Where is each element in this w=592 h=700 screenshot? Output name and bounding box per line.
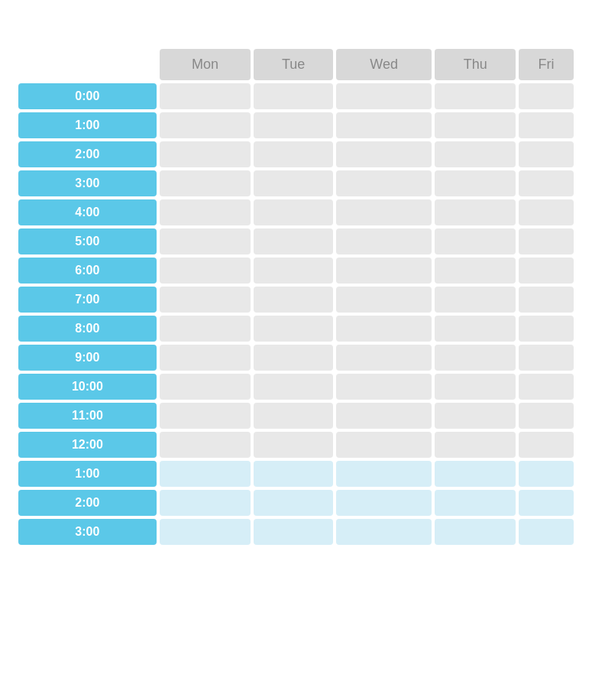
page-container: MonTueWedThuFri 0:001:002:003:004:005:00…: [0, 0, 592, 563]
planner-cell[interactable]: [160, 170, 251, 196]
time-row: 3:00: [18, 519, 574, 545]
header-row: MonTueWedThuFri: [18, 49, 574, 80]
planner-cell[interactable]: [519, 345, 574, 371]
planner-cell[interactable]: [160, 519, 251, 545]
planner-cell[interactable]: [336, 374, 432, 400]
planner-cell[interactable]: [435, 287, 516, 313]
time-row: 6:00: [18, 258, 574, 284]
planner-cell[interactable]: [254, 403, 333, 429]
time-label: 6:00: [18, 258, 157, 284]
planner-cell[interactable]: [254, 461, 333, 487]
planner-cell[interactable]: [519, 403, 574, 429]
planner-cell[interactable]: [254, 287, 333, 313]
planner-cell[interactable]: [160, 112, 251, 138]
planner-cell[interactable]: [254, 490, 333, 516]
planner-cell[interactable]: [519, 141, 574, 167]
planner-cell[interactable]: [160, 199, 251, 225]
planner-cell[interactable]: [160, 287, 251, 313]
planner-cell[interactable]: [435, 83, 516, 109]
planner-cell[interactable]: [254, 141, 333, 167]
planner-cell[interactable]: [160, 432, 251, 458]
planner-cell[interactable]: [435, 374, 516, 400]
planner-cell[interactable]: [435, 432, 516, 458]
planner-cell[interactable]: [160, 345, 251, 371]
planner-cell[interactable]: [519, 316, 574, 342]
time-row: 3:00: [18, 170, 574, 196]
planner-cell[interactable]: [519, 461, 574, 487]
planner-cell[interactable]: [519, 83, 574, 109]
planner-cell[interactable]: [254, 112, 333, 138]
planner-cell[interactable]: [435, 403, 516, 429]
planner-cell[interactable]: [160, 403, 251, 429]
time-label: 11:00: [18, 403, 157, 429]
planner-cell[interactable]: [519, 519, 574, 545]
day-header-tue: Tue: [254, 49, 333, 80]
planner-cell[interactable]: [254, 258, 333, 284]
planner-cell[interactable]: [435, 461, 516, 487]
time-label: 12:00: [18, 432, 157, 458]
planner-cell[interactable]: [160, 461, 251, 487]
planner-cell[interactable]: [254, 228, 333, 254]
planner-cell[interactable]: [435, 199, 516, 225]
time-row: 12:00: [18, 432, 574, 458]
time-label: 9:00: [18, 345, 157, 371]
planner-cell[interactable]: [435, 112, 516, 138]
planner-cell[interactable]: [519, 490, 574, 516]
planner-cell[interactable]: [336, 519, 432, 545]
planner-cell[interactable]: [336, 228, 432, 254]
planner-cell[interactable]: [254, 374, 333, 400]
planner-cell[interactable]: [336, 461, 432, 487]
planner-cell[interactable]: [254, 316, 333, 342]
planner-cell[interactable]: [336, 403, 432, 429]
planner-cell[interactable]: [336, 490, 432, 516]
planner-cell[interactable]: [160, 490, 251, 516]
planner-cell[interactable]: [254, 519, 333, 545]
planner-cell[interactable]: [519, 199, 574, 225]
planner-cell[interactable]: [160, 258, 251, 284]
planner-cell[interactable]: [435, 519, 516, 545]
planner-table: MonTueWedThuFri 0:001:002:003:004:005:00…: [15, 46, 577, 548]
planner-cell[interactable]: [160, 374, 251, 400]
planner-cell[interactable]: [519, 112, 574, 138]
time-row: 5:00: [18, 228, 574, 254]
planner-cell[interactable]: [254, 345, 333, 371]
planner-cell[interactable]: [519, 287, 574, 313]
planner-cell[interactable]: [519, 374, 574, 400]
time-label: 3:00: [18, 519, 157, 545]
planner-cell[interactable]: [519, 170, 574, 196]
planner-cell[interactable]: [336, 83, 432, 109]
planner-cell[interactable]: [160, 141, 251, 167]
time-label: 1:00: [18, 112, 157, 138]
planner-cell[interactable]: [336, 258, 432, 284]
planner-cell[interactable]: [254, 83, 333, 109]
planner-cell[interactable]: [519, 258, 574, 284]
planner-cell[interactable]: [435, 490, 516, 516]
planner-cell[interactable]: [435, 345, 516, 371]
planner-cell[interactable]: [336, 170, 432, 196]
planner-cell[interactable]: [336, 199, 432, 225]
planner-cell[interactable]: [336, 432, 432, 458]
planner-cell[interactable]: [435, 141, 516, 167]
time-row: 2:00: [18, 490, 574, 516]
planner-cell[interactable]: [336, 345, 432, 371]
time-row: 10:00: [18, 374, 574, 400]
planner-cell[interactable]: [519, 432, 574, 458]
planner-cell[interactable]: [519, 228, 574, 254]
time-row: 1:00: [18, 112, 574, 138]
planner-cell[interactable]: [435, 316, 516, 342]
planner-cell[interactable]: [160, 316, 251, 342]
planner-cell[interactable]: [435, 228, 516, 254]
planner-cell[interactable]: [160, 228, 251, 254]
planner-cell[interactable]: [336, 316, 432, 342]
planner-cell[interactable]: [254, 170, 333, 196]
planner-cell[interactable]: [160, 83, 251, 109]
planner-cell[interactable]: [254, 432, 333, 458]
planner-cell[interactable]: [336, 287, 432, 313]
planner-cell[interactable]: [336, 112, 432, 138]
planner-cell[interactable]: [435, 258, 516, 284]
planner-cell[interactable]: [336, 141, 432, 167]
planner-cell[interactable]: [435, 170, 516, 196]
time-label: 2:00: [18, 490, 157, 516]
planner-cell[interactable]: [254, 199, 333, 225]
time-label: 8:00: [18, 316, 157, 342]
